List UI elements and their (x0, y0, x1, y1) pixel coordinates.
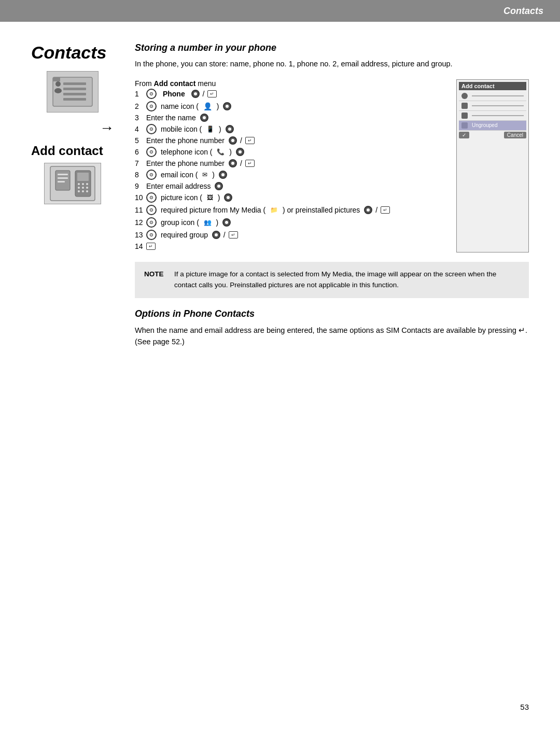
contact-icon-bottom (49, 165, 96, 202)
svg-rect-11 (58, 177, 68, 179)
options-title: Options in Phone Contacts (135, 308, 529, 319)
svg-point-5 (55, 81, 61, 87)
add-contact-label: Add contact (31, 144, 103, 159)
note-text: If a picture image for a contact is sele… (174, 269, 520, 291)
person-icon: 👤 (203, 102, 212, 110)
scroll-icon-10: ⊙ (146, 192, 157, 203)
scroll-icon-6: ⊙ (146, 147, 157, 157)
steps-list: From Add contact menu 1 ⊙ Phone / 2 (135, 79, 446, 252)
svg-rect-2 (63, 88, 86, 90)
scroll-icon-11: ⊙ (146, 205, 157, 215)
screen-row-2 (459, 101, 526, 111)
scroll-icon-12: ⊙ (146, 217, 157, 228)
svg-rect-7 (53, 77, 60, 81)
intro-text: In the phone, you can store: name, phone… (135, 59, 529, 70)
mobile-icon: 📱 (206, 125, 214, 133)
contact-image-bottom (44, 163, 101, 204)
scroll-icon-4: ⊙ (146, 124, 157, 134)
note-content: NOTE If a picture image for a contact is… (144, 269, 520, 291)
svg-rect-3 (63, 93, 86, 95)
row-line-3 (472, 115, 524, 116)
step-1: 1 ⊙ Phone / (135, 89, 446, 99)
back-icon-5 (245, 137, 255, 144)
svg-point-18 (78, 187, 80, 189)
page-number: 53 (520, 703, 529, 711)
screen-title: Add contact (459, 82, 526, 90)
screen-row-4: Ungrouped (459, 121, 526, 131)
phone-icon: 📞 (217, 148, 225, 156)
ok-icon-4 (226, 125, 234, 133)
svg-rect-12 (58, 181, 65, 182)
back-icon-11 (381, 206, 390, 214)
scroll-icon-8: ⊙ (146, 170, 157, 180)
left-sidebar: Contacts → Add contact (31, 43, 114, 348)
step-11: 11 ⊙ required picture from My Media ( 📁 … (135, 205, 446, 215)
step-8: 8 ⊙ email icon ( ✉ ) (135, 170, 446, 180)
svg-point-15 (78, 183, 80, 185)
note-label: NOTE (144, 269, 170, 291)
ok-icon-2 (223, 102, 231, 110)
header-title: Contacts (503, 6, 543, 17)
screen-row-3 (459, 111, 526, 121)
step-9: 9 Enter email address (135, 182, 446, 190)
options-text: When the name and email address are bein… (135, 325, 529, 348)
ok-icon-1 (191, 90, 200, 98)
back-icon-1 (207, 90, 217, 97)
svg-point-22 (82, 190, 84, 192)
svg-rect-10 (58, 174, 68, 175)
ok-icon-5 (229, 136, 237, 145)
header-bar: Contacts (0, 0, 560, 22)
back-icon-13 (229, 231, 238, 238)
screen-ok-button[interactable]: ✓ (459, 132, 469, 138)
phone-screenshot: Add contact Un (456, 79, 529, 252)
step-2: 2 ⊙ name icon ( 👤 ) (135, 101, 446, 111)
svg-rect-14 (77, 173, 89, 181)
page-main-title: Contacts (31, 43, 106, 63)
svg-rect-9 (55, 171, 70, 190)
row-line-1 (472, 95, 524, 96)
ok-icon-11 (364, 206, 372, 214)
svg-rect-4 (63, 98, 86, 101)
main-content: Contacts → Add contact (0, 22, 560, 369)
scroll-icon-1: ⊙ (146, 89, 157, 99)
contact-image-top (47, 71, 99, 113)
ok-icon-7 (229, 159, 237, 167)
ok-icon-3 (200, 114, 208, 122)
step-6: 6 ⊙ telephone icon ( 📞 ) (135, 147, 446, 157)
back-icon-7 (245, 160, 255, 167)
step-7: 7 Enter the phone number / (135, 159, 446, 167)
storing-title: Storing a number in your phone (135, 43, 529, 53)
row-line-2 (472, 105, 524, 106)
ok-icon-12 (222, 218, 231, 227)
contact-icon-top (52, 76, 93, 107)
ok-icon-10 (224, 193, 232, 202)
row-icon-3 (461, 113, 468, 119)
note-box: NOTE If a picture image for a contact is… (135, 262, 529, 298)
ok-icon-9 (215, 182, 223, 190)
camera-icon: 🖼 (207, 194, 213, 201)
svg-rect-1 (63, 82, 86, 85)
screen-cancel-button[interactable]: Cancel (504, 132, 526, 138)
back-icon-14 (146, 243, 156, 250)
scroll-icon-2: ⊙ (146, 101, 157, 111)
step-13: 13 ⊙ required group / (135, 230, 446, 240)
screen-buttons: ✓ Cancel (459, 132, 526, 138)
svg-point-6 (54, 88, 62, 93)
ok-icon-6 (236, 148, 244, 156)
row-icon-2 (461, 103, 468, 109)
svg-point-23 (86, 190, 88, 192)
step-5: 5 Enter the phone number / (135, 136, 446, 145)
step-12: 12 ⊙ group icon ( 👥 ) (135, 217, 446, 228)
svg-point-21 (78, 190, 80, 192)
ok-icon-8 (219, 171, 227, 179)
svg-point-20 (86, 187, 88, 189)
right-content: Storing a number in your phone In the ph… (135, 43, 529, 348)
steps-ol: 1 ⊙ Phone / 2 ⊙ name icon ( 👤 ) (135, 89, 446, 250)
steps-area: From Add contact menu 1 ⊙ Phone / 2 (135, 79, 529, 252)
options-section: Options in Phone Contacts When the name … (135, 308, 529, 348)
step-10: 10 ⊙ picture icon ( 🖼 ) (135, 192, 446, 203)
step-14: 14 (135, 242, 446, 250)
row-icon-1 (461, 93, 468, 99)
step-3: 3 Enter the name (135, 114, 446, 122)
svg-point-19 (82, 187, 84, 189)
